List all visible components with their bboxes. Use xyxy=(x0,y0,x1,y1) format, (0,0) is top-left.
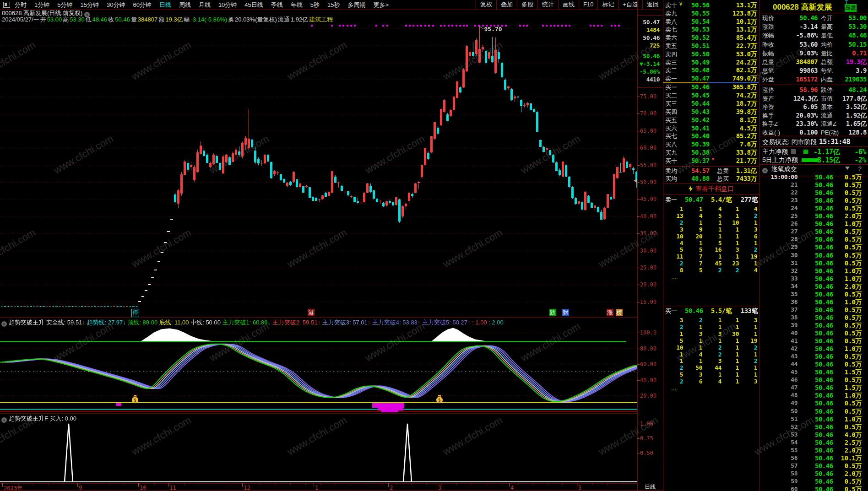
menu-item-季线[interactable]: 季线 xyxy=(271,1,283,9)
tick-row[interactable]: 3150.460.5万 xyxy=(760,259,868,267)
menu-item-多周期[interactable]: 多周期 xyxy=(348,1,366,9)
buy1-grid-header[interactable]: 买一50.465.5/笔133笔 xyxy=(663,307,760,315)
tick-row[interactable]: 5150.461.0万 xyxy=(760,415,868,423)
menu-item-45日线[interactable]: 45日线 xyxy=(244,1,263,9)
tick-row[interactable]: 2750.460.5万 xyxy=(760,228,868,236)
buy-level-row[interactable]: 买八50.397.6万 xyxy=(663,140,759,149)
event-marker-涨[interactable]: 涨 xyxy=(607,309,613,316)
sell-level-row[interactable]: 卖十¥50.5613.1万 xyxy=(663,1,759,10)
tick-row[interactable]: 5050.460.5万 xyxy=(760,408,868,415)
tick-row[interactable]: 5650.4610.1万 xyxy=(760,454,868,462)
menu-button-多股[interactable]: 多股 xyxy=(517,0,537,10)
tick-row[interactable]: 4250.461.0万 xyxy=(760,345,868,353)
tick-row[interactable]: 2650.461.0万 xyxy=(760,220,868,228)
filter-icon[interactable] xyxy=(845,167,850,170)
help-icon[interactable]: ? xyxy=(858,165,862,172)
window-icon[interactable] xyxy=(3,2,10,8)
tick-row[interactable]: 6050.460.5万 xyxy=(760,486,868,491)
tick-row[interactable]: 5950.460.5万 xyxy=(760,478,868,486)
tick-row[interactable]: 3950.460.5万 xyxy=(760,322,868,329)
event-marker-榜[interactable]: 榜 xyxy=(616,309,623,316)
menu-button-F10[interactable]: F10 xyxy=(579,0,597,10)
menu-item-更多>[interactable]: 更多> xyxy=(374,1,389,9)
indicator2-chart[interactable] xyxy=(0,414,637,483)
main-candlestick-chart[interactable] xyxy=(0,23,637,318)
collapse-icon[interactable]: ∨ xyxy=(1,321,7,327)
tick-row[interactable]: 3650.461.0万 xyxy=(760,298,868,306)
sell-level-row[interactable]: 卖九50.55123.8万 xyxy=(663,10,759,18)
tick-row[interactable]: 5250.460.5万 xyxy=(760,423,868,431)
sell-level-row[interactable]: 卖六50.5285.4万 xyxy=(663,34,759,42)
tick-row[interactable]: 4450.460.5万 xyxy=(760,361,868,368)
sell1-grid-header[interactable]: 卖一50.475.4/笔277笔 xyxy=(663,196,760,204)
tick-row[interactable]: 4550.461.5万 xyxy=(760,368,868,376)
menu-button-统计[interactable]: 统计 xyxy=(537,0,558,10)
tick-row[interactable]: 2950.460.5万 xyxy=(760,243,868,251)
buy-level-row[interactable]: 买七50.4085.2万 xyxy=(663,132,759,140)
tick-row[interactable]: 4150.460.5万 xyxy=(760,337,868,345)
tick-row[interactable]: 4650.460.5万 xyxy=(760,376,868,384)
tick-row[interactable]: 2550.462.0万 xyxy=(760,212,868,220)
tick-row[interactable]: 3050.460.5万 xyxy=(760,252,868,259)
menu-item-1分钟[interactable]: 1分钟 xyxy=(34,1,49,9)
tick-row[interactable]: 3850.460.5万 xyxy=(760,314,868,322)
sell-level-row[interactable]: 卖八50.5410.1万 xyxy=(663,18,759,26)
tick-row[interactable]: 5450.462.5万 xyxy=(760,439,868,447)
event-marker-停[interactable]: 停 xyxy=(131,309,139,317)
sell-level-row[interactable]: 卖二50.4862.1万 xyxy=(663,66,759,75)
menu-item-月线[interactable]: 月线 xyxy=(199,1,211,9)
tick-row[interactable]: 2250.460.5万 xyxy=(760,189,868,197)
menu-button-返回[interactable]: 返回 xyxy=(642,0,663,10)
menu-button-+自选[interactable]: +自选 xyxy=(618,0,642,10)
menu-button-标记[interactable]: 标记 xyxy=(597,0,618,10)
tick-row[interactable]: 2350.460.5万 xyxy=(760,197,868,205)
tick-row[interactable]: 5750.460.5万 xyxy=(760,462,868,470)
tick-row[interactable]: 4050.460.5万 xyxy=(760,329,868,337)
buy-level-row[interactable]: 买四50.4339.8万 xyxy=(663,108,759,116)
buy-level-row[interactable]: 买二50.4574.2万 xyxy=(663,92,759,100)
menu-item-周线[interactable]: 周线 xyxy=(179,1,191,9)
menu-item-5分钟[interactable]: 5分钟 xyxy=(57,1,72,9)
collapse-icon[interactable]: ∨ xyxy=(1,417,7,423)
tick-row[interactable]: 5550.462.0万 xyxy=(760,447,868,454)
main-flow5-row[interactable]: 5日主力净额 -3.15亿 -2% xyxy=(762,156,868,164)
menu-item-5秒[interactable]: 5秒 xyxy=(310,1,320,9)
menu-item-日线[interactable]: 日线 xyxy=(159,1,171,9)
menu-item-10分钟[interactable]: 10分钟 xyxy=(218,1,237,9)
buy-level-row[interactable]: 买九50.3833.8万 xyxy=(663,149,759,157)
tick-row[interactable]: 2850.460.5万 xyxy=(760,236,868,243)
list-icon[interactable] xyxy=(791,149,796,154)
menu-item-30分钟[interactable]: 30分钟 xyxy=(107,1,125,9)
event-marker-跌[interactable]: 跌 xyxy=(549,309,556,316)
menu-button-画线[interactable]: 画线 xyxy=(558,0,579,10)
tick-row[interactable]: 3550.460.5万 xyxy=(760,291,868,298)
sell1-grid-more[interactable]: .... xyxy=(671,274,678,281)
tick-row[interactable]: 4750.461.5万 xyxy=(760,384,868,392)
indicator1-chart[interactable] xyxy=(0,318,637,413)
tick-row[interactable]: 4950.460.5万 xyxy=(760,399,868,407)
tick-row[interactable]: 15:00:0050.460.5万 xyxy=(760,173,868,181)
tick-row[interactable]: 3750.460.5万 xyxy=(760,306,868,314)
menu-button-复权[interactable]: 复权 xyxy=(476,0,496,10)
sell-level-row[interactable]: 卖四50.5053.0万 xyxy=(663,50,759,59)
buy1-grid-more[interactable]: .... xyxy=(671,385,678,392)
tick-row[interactable]: 3350.461.0万 xyxy=(760,275,868,283)
sell-level-row[interactable]: 卖三50.4924.2万 xyxy=(663,59,759,67)
buy-level-row[interactable]: 买五50.428.1万 xyxy=(663,116,759,124)
menu-item-年线[interactable]: 年线 xyxy=(291,1,303,9)
tick-row[interactable]: 2450.460.5万 xyxy=(760,205,868,212)
tick-row[interactable]: 4350.460.5万 xyxy=(760,353,868,361)
menu-item-15秒[interactable]: 15秒 xyxy=(327,1,340,9)
indicator1-header[interactable]: ∨趋势突破主升 安全线: 59.51↑ 趋势线: 27.97↓ 顶线: 89.0… xyxy=(0,318,637,326)
tick-row[interactable]: 5350.464.0万 xyxy=(760,431,868,439)
indicator2-header[interactable]: ∨趋势突破主升F 买入: 0.00 xyxy=(0,415,637,422)
tick-row[interactable]: 5850.462.0万 xyxy=(760,470,868,478)
event-marker-港[interactable]: 港 xyxy=(308,309,315,316)
menu-item-60分钟[interactable]: 60分钟 xyxy=(133,1,151,9)
sell-level-row[interactable]: 卖五50.5122.7万 xyxy=(663,42,759,50)
tick-row[interactable]: 4850.461.0万 xyxy=(760,392,868,399)
main-flow-row[interactable]: 主力净额 -1.17亿 -6% xyxy=(762,148,868,156)
buy-level-row[interactable]: 买十50.37▼21.7万 xyxy=(663,157,759,165)
menu-item-15分钟[interactable]: 15分钟 xyxy=(80,1,98,9)
collapse-icon[interactable]: ∨ xyxy=(762,168,768,173)
